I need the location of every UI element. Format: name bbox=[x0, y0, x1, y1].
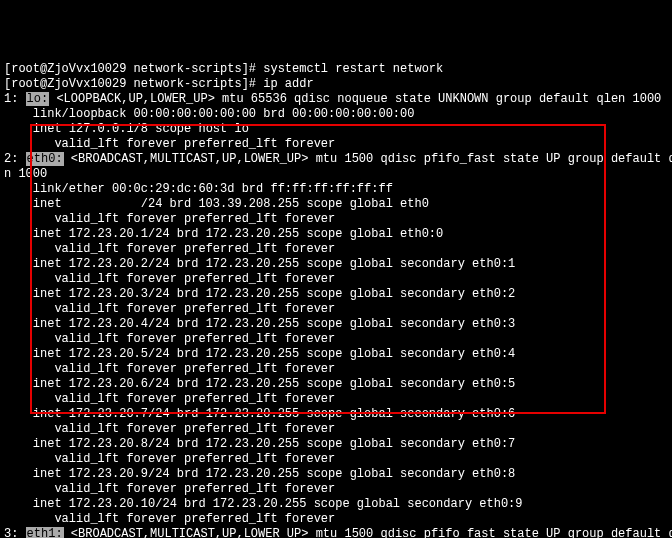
vip-valid: valid_lft forever preferred_lft forever bbox=[4, 302, 668, 317]
vip-inet: inet 172.23.20.9/24 brd 172.23.20.255 sc… bbox=[4, 467, 668, 482]
vip-inet: inet 172.23.20.4/24 brd 172.23.20.255 sc… bbox=[4, 317, 668, 332]
vip-valid: valid_lft forever preferred_lft forever bbox=[4, 482, 668, 497]
iface-eth1-header: 3: eth1: <BROADCAST,MULTICAST,UP,LOWER_U… bbox=[4, 527, 668, 538]
vip-valid: valid_lft forever preferred_lft forever bbox=[4, 272, 668, 287]
command-line: [root@ZjoVvx10029 network-scripts]# syst… bbox=[4, 62, 668, 77]
vip-inet: inet 172.23.20.6/24 brd 172.23.20.255 sc… bbox=[4, 377, 668, 392]
vip-valid: valid_lft forever preferred_lft forever bbox=[4, 332, 668, 347]
iface-lo-inet: inet 127.0.0.1/8 scope host lo bbox=[4, 122, 668, 137]
redacted-ip bbox=[69, 198, 141, 210]
iface-eth0-link: link/ether 00:0c:29:dc:60:3d brd ff:ff:f… bbox=[4, 182, 668, 197]
vip-inet: inet 172.23.20.2/24 brd 172.23.20.255 sc… bbox=[4, 257, 668, 272]
vip-valid: valid_lft forever preferred_lft forever bbox=[4, 242, 668, 257]
iface-lo-header: 1: lo: <LOOPBACK,UP,LOWER_UP> mtu 65536 … bbox=[4, 92, 668, 107]
iface-lo-valid: valid_lft forever preferred_lft forever bbox=[4, 137, 668, 152]
iface-eth0-inet: inet /24 brd 103.39.208.255 scope global… bbox=[4, 197, 668, 212]
iface-eth0-header-cont: n 1000 bbox=[4, 167, 668, 182]
vip-valid: valid_lft forever preferred_lft forever bbox=[4, 452, 668, 467]
vip-inet: inet 172.23.20.8/24 brd 172.23.20.255 sc… bbox=[4, 437, 668, 452]
vip-valid: valid_lft forever preferred_lft forever bbox=[4, 392, 668, 407]
vip-valid: valid_lft forever preferred_lft forever bbox=[4, 362, 668, 377]
iface-eth0-valid: valid_lft forever preferred_lft forever bbox=[4, 212, 668, 227]
vip-inet: inet 172.23.20.3/24 brd 172.23.20.255 sc… bbox=[4, 287, 668, 302]
terminal-output[interactable]: [root@ZjoVvx10029 network-scripts]# syst… bbox=[4, 62, 668, 538]
vip-inet: inet 172.23.20.7/24 brd 172.23.20.255 sc… bbox=[4, 407, 668, 422]
vip-inet: inet 172.23.20.10/24 brd 172.23.20.255 s… bbox=[4, 497, 668, 512]
vip-valid: valid_lft forever preferred_lft forever bbox=[4, 422, 668, 437]
vip-inet: inet 172.23.20.1/24 brd 172.23.20.255 sc… bbox=[4, 227, 668, 242]
vip-inet: inet 172.23.20.5/24 brd 172.23.20.255 sc… bbox=[4, 347, 668, 362]
iface-eth0-header: 2: eth0: <BROADCAST,MULTICAST,UP,LOWER_U… bbox=[4, 152, 668, 167]
vip-valid: valid_lft forever preferred_lft forever bbox=[4, 512, 668, 527]
iface-lo-link: link/loopback 00:00:00:00:00:00 brd 00:0… bbox=[4, 107, 668, 122]
command-line: [root@ZjoVvx10029 network-scripts]# ip a… bbox=[4, 77, 668, 92]
